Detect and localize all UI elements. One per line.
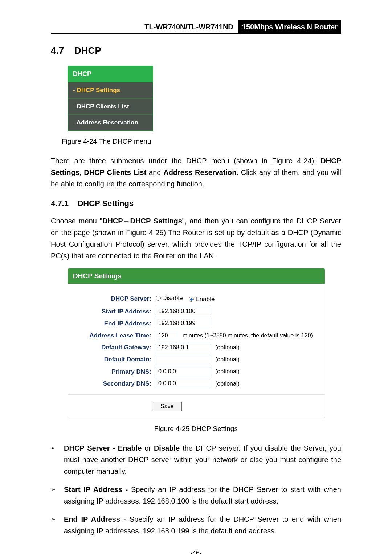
gateway-input[interactable] <box>156 343 210 352</box>
lease-note: minutes (1~2880 minutes, the default val… <box>183 331 313 340</box>
domain-optional: (optional) <box>215 355 240 364</box>
menu-item-dhcp-clients-list[interactable]: - DHCP Clients List <box>68 99 153 115</box>
bullet-list: ➢ DHCP Server - Enable or Disable the DH… <box>51 442 341 537</box>
subsection-num: 4.7.1 <box>51 199 69 208</box>
header-badge: 150Mbps Wireless N Router <box>238 20 341 33</box>
row-domain: Default Domain: (optional) <box>76 354 317 364</box>
lease-input[interactable] <box>156 331 177 340</box>
page-header: TL-WR740N/TL-WR741ND 150Mbps Wireless N … <box>51 20 341 34</box>
label-end-ip: End IP Address: <box>76 319 156 328</box>
label-lease: Address Lease Time: <box>76 331 156 340</box>
panel-body: DHCP Server: Disable Enable Start IP Add… <box>68 284 325 394</box>
menu-item-dhcp-settings[interactable]: - DHCP Settings <box>68 82 153 98</box>
menu-item-address-reservation[interactable]: - Address Reservation <box>68 115 153 131</box>
label-start-ip: Start IP Address: <box>76 307 156 316</box>
panel-footer: Save <box>68 394 325 418</box>
page-number: -46- <box>51 548 341 554</box>
row-gateway: Default Gateway: (optional) <box>76 342 317 352</box>
row-end-ip: End IP Address: <box>76 319 317 328</box>
list-item: ➢ End IP Address - Specify an IP address… <box>51 513 341 537</box>
paragraph-choose-menu: Choose menu "DHCP→DHCP Settings", and th… <box>51 215 341 262</box>
dhcp-settings-panel: DHCP Settings DHCP Server: Disable Enabl… <box>68 268 325 418</box>
bullet-arrow-icon: ➢ <box>51 513 64 537</box>
section-heading: 4.7 DHCP <box>51 43 341 58</box>
bullet-arrow-icon: ➢ <box>51 484 64 507</box>
figure-4-24-caption: Figure 4-24 The DHCP menu <box>62 136 341 147</box>
pdns-optional: (optional) <box>215 367 240 376</box>
subsection-heading: 4.7.1 DHCP Settings <box>51 197 341 210</box>
subsection-title: DHCP Settings <box>77 199 134 208</box>
figure-4-25-caption: Figure 4-25 DHCP Settings <box>51 423 341 434</box>
row-lease-time: Address Lease Time: minutes (1~2880 minu… <box>76 331 317 340</box>
row-dhcp-server: DHCP Server: Disable Enable <box>76 293 317 304</box>
row-start-ip: Start IP Address: <box>76 307 317 316</box>
row-secondary-dns: Secondary DNS: (optional) <box>76 379 317 389</box>
paragraph-submenus: There are three submenus under the DHCP … <box>51 155 341 190</box>
section-num: 4.7 <box>51 45 64 56</box>
start-ip-input[interactable] <box>156 307 210 316</box>
menu-title: DHCP <box>68 66 153 83</box>
list-item: ➢ Start IP Address - Specify an IP addre… <box>51 484 341 507</box>
sdns-optional: (optional) <box>215 379 240 389</box>
bullet-arrow-icon: ➢ <box>51 442 64 477</box>
label-domain: Default Domain: <box>76 354 156 364</box>
section-title: DHCP <box>74 45 101 56</box>
radio-enable[interactable] <box>189 297 194 302</box>
radio-disable[interactable] <box>156 296 161 301</box>
radio-disable-wrap[interactable]: Disable <box>156 293 183 303</box>
end-ip-input[interactable] <box>156 319 210 328</box>
dhcp-menu: DHCP - DHCP Settings - DHCP Clients List… <box>68 66 153 131</box>
row-primary-dns: Primary DNS: (optional) <box>76 367 317 377</box>
label-sdns: Secondary DNS: <box>76 379 156 389</box>
panel-title: DHCP Settings <box>68 268 325 284</box>
label-dhcp-server: DHCP Server: <box>76 294 156 304</box>
primary-dns-input[interactable] <box>156 367 210 376</box>
radio-enable-wrap[interactable]: Enable <box>189 294 215 304</box>
save-button[interactable]: Save <box>152 402 182 411</box>
gateway-optional: (optional) <box>215 343 240 352</box>
list-item: ➢ DHCP Server - Enable or Disable the DH… <box>51 442 341 477</box>
header-model: TL-WR740N/TL-WR741ND <box>51 20 236 33</box>
label-pdns: Primary DNS: <box>76 367 156 377</box>
label-gateway: Default Gateway: <box>76 342 156 352</box>
domain-input[interactable] <box>156 355 210 364</box>
secondary-dns-input[interactable] <box>156 379 210 388</box>
